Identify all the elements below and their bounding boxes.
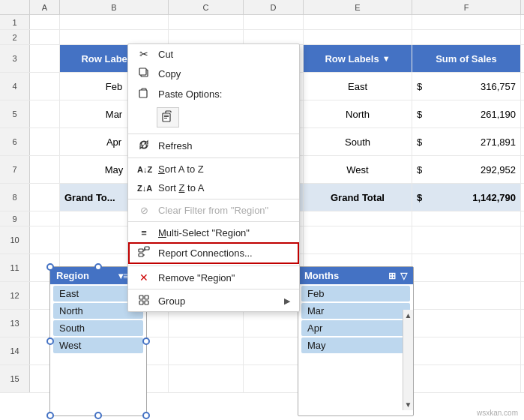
months-slicer: Months ⊞ ▽ Feb Mar Apr May ▲ ▼ [298, 266, 414, 416]
sort-za-icon: Z↓A [137, 184, 151, 193]
menu-report-connections[interactable]: Report Connections... [128, 242, 299, 264]
svg-rect-9 [145, 247, 149, 250]
scroll-down-arrow[interactable]: ▼ [405, 399, 412, 410]
handle-br[interactable] [142, 412, 150, 419]
handle-tm[interactable] [94, 263, 102, 271]
svg-rect-6 [164, 118, 167, 118]
months-mar[interactable]: Mar [301, 303, 410, 319]
row-1: 1 [0, 15, 524, 30]
right-grand-label: Grand Total [304, 184, 412, 211]
menu-remove-region[interactable]: ✕ Remove "Region" [128, 268, 299, 287]
menu-multiselect[interactable]: ≡ Multi-Select "Region" [128, 224, 299, 242]
right-south-val: $ 271,891 [412, 128, 521, 155]
menu-paste-options[interactable]: Paste Options: [128, 84, 299, 104]
handle-tl[interactable] [46, 263, 54, 271]
slicer-scrollbar[interactable]: ▲ ▼ [403, 310, 413, 410]
remove-icon: ✕ [137, 272, 151, 284]
months-may[interactable]: May [301, 338, 410, 353]
corner-cell [0, 0, 30, 14]
clear-filter-icon: ⊘ [137, 205, 151, 216]
months-apr[interactable]: Apr [301, 320, 410, 336]
menu-sort-az[interactable]: A↓Z Sort A to Z [128, 160, 299, 178]
menu-group[interactable]: Group ▶ [128, 291, 299, 311]
menu-sort-za[interactable]: Z↓A Sort Z to A [128, 178, 299, 197]
paste-icon [137, 88, 151, 100]
menu-copy[interactable]: Copy [128, 64, 299, 84]
months-multiselect-icon[interactable]: ⊞ [388, 271, 396, 281]
col-header-d: D [244, 0, 304, 14]
separator-6 [128, 289, 299, 290]
column-headers: A B C D E F [0, 0, 524, 15]
separator-1 [128, 134, 299, 134]
menu-clear-filter: ⊘ Clear Filter from "Region" [128, 201, 299, 220]
row-2: 2 [0, 30, 524, 45]
spreadsheet: A B C D E F 1 2 3 [0, 0, 524, 420]
separator-5 [128, 266, 299, 266]
svg-rect-3 [163, 113, 170, 122]
months-feb[interactable]: Feb [301, 286, 410, 302]
pivot-sum-header: Sum of Sales [412, 45, 521, 72]
handle-bl[interactable] [46, 412, 54, 419]
handle-ml[interactable] [46, 338, 54, 345]
right-grand-val: $ 1,142,790 [412, 184, 521, 211]
copy-icon [137, 68, 151, 80]
separator-2 [128, 158, 299, 158]
col-header-e: E [304, 0, 412, 14]
right-east-val: $ 316,757 [412, 73, 521, 100]
refresh-icon [137, 140, 151, 152]
multiselect-icon: ≡ [137, 227, 151, 238]
handle-bm[interactable] [94, 412, 102, 419]
watermark: wsxkan.com [477, 409, 518, 417]
right-west-label: West [304, 156, 412, 183]
svg-rect-8 [139, 254, 143, 256]
svg-rect-13 [145, 301, 148, 304]
right-west-val: $ 292,952 [412, 156, 521, 183]
svg-rect-11 [145, 296, 148, 299]
svg-rect-5 [164, 116, 169, 117]
col-header-f: F [412, 0, 521, 14]
slicer-west[interactable]: West [53, 338, 143, 353]
sort-az-icon: A↓Z [137, 165, 151, 174]
svg-rect-4 [164, 115, 169, 116]
group-submenu-arrow: ▶ [284, 296, 290, 306]
separator-4 [128, 221, 299, 222]
cut-icon: ✂ [137, 48, 151, 60]
svg-rect-12 [139, 301, 143, 304]
report-connections-icon [137, 246, 151, 260]
paste-icon-button[interactable] [157, 107, 179, 128]
pivot-right-header: Row Labels ▼ [304, 45, 412, 72]
svg-rect-1 [139, 68, 146, 75]
col-header-b: B [60, 0, 169, 14]
svg-rect-10 [139, 296, 143, 299]
handle-mr[interactable] [142, 338, 150, 345]
months-filter-icon[interactable]: ▽ [400, 271, 407, 281]
right-south-label: South [304, 128, 412, 155]
slicer-south[interactable]: South [53, 320, 143, 336]
right-north-val: $ 261,190 [412, 100, 521, 128]
separator-3 [128, 199, 299, 200]
svg-rect-7 [139, 249, 143, 252]
right-east-label: East [304, 73, 412, 100]
col-header-a: A [30, 0, 60, 14]
scroll-up-arrow[interactable]: ▲ [405, 310, 412, 321]
context-menu: ✂ Cut Copy Paste Options: [127, 44, 300, 312]
paste-options-icons [128, 104, 299, 132]
menu-refresh[interactable]: Refresh [128, 136, 299, 156]
menu-cut[interactable]: ✂ Cut [128, 44, 299, 64]
months-slicer-header: Months ⊞ ▽ [298, 267, 413, 284]
right-north-label: North [304, 100, 412, 128]
svg-rect-2 [139, 90, 147, 98]
col-header-c: C [169, 0, 244, 14]
group-icon [137, 295, 151, 308]
